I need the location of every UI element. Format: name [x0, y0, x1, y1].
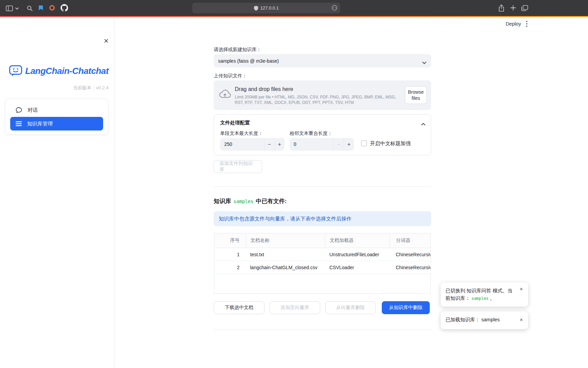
- upload-label: 上传知识文件：: [214, 73, 247, 79]
- logo-chat-icon: [9, 65, 22, 77]
- add-files-button[interactable]: 添加文件到知识库: [214, 160, 262, 173]
- delete-from-kb-button[interactable]: 从知识库中删除: [382, 301, 430, 314]
- overlap-size-label: 相邻文本重合长度：: [290, 131, 332, 137]
- deploy-button[interactable]: Deploy: [504, 20, 522, 27]
- table-header: 文档名称: [246, 233, 325, 248]
- heading-suffix: 中已有文件:: [256, 198, 287, 204]
- app-menu-icon[interactable]: [524, 20, 529, 28]
- sidebar-item-dialogue[interactable]: 对话: [10, 103, 103, 117]
- search-icon[interactable]: [27, 5, 33, 11]
- overlap-plus-button[interactable]: +: [344, 138, 354, 151]
- expander-title: 文件处理配置: [220, 120, 250, 126]
- dropzone-limit-text: Limit 200MB per file • HTML, MD, JSON, C…: [235, 94, 400, 105]
- kb-files-heading: 知识库samples中已有文件:: [214, 197, 287, 205]
- cell-doc-name: langchain-ChatGLM_closed.csv: [246, 261, 325, 274]
- sidebar-item-label: 对话: [28, 107, 38, 113]
- divider: [214, 329, 431, 330]
- sidebar-item-label: 知识库管理: [27, 121, 53, 127]
- add-to-vector-button[interactable]: 添加至向量库: [270, 301, 320, 314]
- page: 127.0.0.1 ×: [0, 0, 588, 368]
- toast-close-icon[interactable]: ×: [518, 286, 525, 293]
- knowledge-base-icon: [16, 121, 22, 126]
- share-icon[interactable]: [498, 4, 505, 12]
- table-header: 序号: [214, 233, 246, 248]
- app-logo: LangChain-Chatchat: [9, 65, 109, 77]
- heading-prefix: 知识库: [214, 198, 231, 204]
- tab-overview-icon[interactable]: [521, 5, 528, 11]
- cell-doc-name: test.txt: [246, 248, 325, 261]
- table-header: 分词器: [390, 233, 430, 248]
- delete-from-vector-button[interactable]: 从向量库删除: [325, 301, 376, 314]
- upload-cloud-icon: [219, 89, 231, 99]
- chunk-size-stepper: 250 − +: [220, 138, 284, 151]
- table-header: 文档加载器: [325, 233, 390, 248]
- chevron-up-icon[interactable]: [421, 121, 425, 127]
- page-options-icon[interactable]: [331, 5, 338, 12]
- cell-loader: CSVLoader: [325, 261, 390, 274]
- url-bar[interactable]: 127.0.0.1: [192, 3, 340, 13]
- files-table: 序号 文档名称 文档加载器 分词器 1 test.txt Unstructure…: [214, 233, 431, 294]
- browser-toolbar: 127.0.0.1: [0, 0, 588, 16]
- chunk-minus-button[interactable]: −: [264, 138, 274, 151]
- sidebar-item-knowledge-base[interactable]: 知识库管理: [10, 117, 103, 131]
- overlap-size-stepper: 0 − +: [290, 138, 354, 151]
- bookmark-extension-icon[interactable]: [38, 5, 44, 11]
- file-config-expander: 文件处理配置 单段文本最大长度： 相邻文本重合长度： 250 − + 0 − +…: [214, 114, 431, 155]
- sidebar-menu: 对话 知识库管理: [5, 99, 108, 135]
- table-row[interactable]: 2 langchain-ChatGLM_closed.csv CSVLoader…: [214, 261, 430, 274]
- toast-text: 已加载知识库： samples: [445, 317, 500, 322]
- cell-loader: UnstructuredFileLoader: [325, 248, 390, 261]
- kb-select-label: 请选择或新建知识库：: [214, 47, 261, 53]
- site-icon: [254, 6, 258, 11]
- chunk-size-input[interactable]: 250: [220, 138, 264, 151]
- download-selected-button[interactable]: 下载选中文档: [214, 301, 264, 314]
- toast-kb-loaded: 已加载知识库： samples ×: [441, 311, 528, 329]
- table-row[interactable]: 1 test.txt UnstructuredFileLoader Chines…: [214, 248, 430, 261]
- table-header-row: 序号 文档名称 文档加载器 分词器: [214, 233, 430, 248]
- chunk-plus-button[interactable]: +: [274, 138, 284, 151]
- cell-splitter: ChineseRecursive: [390, 261, 430, 274]
- toast-kb-name: samples: [472, 296, 489, 301]
- url-text: 127.0.0.1: [260, 5, 279, 11]
- chevron-down-icon: [422, 60, 426, 65]
- sidebar-toggle-icon[interactable]: [5, 5, 14, 12]
- divider: [214, 186, 431, 187]
- heading-kb-name: samples: [233, 199, 254, 204]
- toast-mode-switched: 已切换到 知识库问答 模式。当前知识库： samples 。 ×: [441, 282, 528, 307]
- zh-title-checkbox[interactable]: [361, 140, 367, 146]
- toast-close-icon[interactable]: ×: [518, 317, 525, 323]
- sidebar: × LangChain-Chatchat 当前版本：v0.2.4 对话: [0, 17, 114, 368]
- chunk-size-label: 单段文本最大长度：: [220, 131, 263, 137]
- dropzone-title: Drag and drop files here: [235, 86, 293, 92]
- zh-title-checkbox-label: 开启中文标题加强: [370, 140, 411, 147]
- info-banner: 知识库中包含源文件与向量库，请从下表中选择文件后操作: [214, 211, 431, 226]
- github-icon[interactable]: [61, 4, 68, 12]
- file-dropzone[interactable]: Drag and drop files here Limit 200MB per…: [214, 80, 431, 110]
- new-tab-icon[interactable]: [510, 5, 516, 11]
- logo-text: LangChain-Chatchat: [25, 66, 109, 76]
- cell-no: 2: [214, 261, 246, 274]
- chevron-down-icon[interactable]: [15, 7, 19, 10]
- sidebar-close-icon[interactable]: ×: [101, 36, 111, 46]
- overlap-minus-button[interactable]: −: [333, 138, 344, 151]
- cell-no: 1: [214, 248, 246, 261]
- chat-bubble-icon: [16, 107, 22, 113]
- cell-splitter: ChineseRecursive: [390, 248, 430, 261]
- toast-text: 。: [490, 295, 495, 301]
- kb-select[interactable]: samples (faiss @ m3e-base): [214, 54, 431, 67]
- target-extension-icon[interactable]: [49, 5, 55, 11]
- browse-files-button[interactable]: Browse files: [405, 86, 427, 104]
- app-version: 当前版本：v0.2.4: [9, 85, 109, 91]
- overlap-size-input[interactable]: 0: [290, 138, 333, 151]
- kb-select-value: samples (faiss @ m3e-base): [218, 58, 279, 64]
